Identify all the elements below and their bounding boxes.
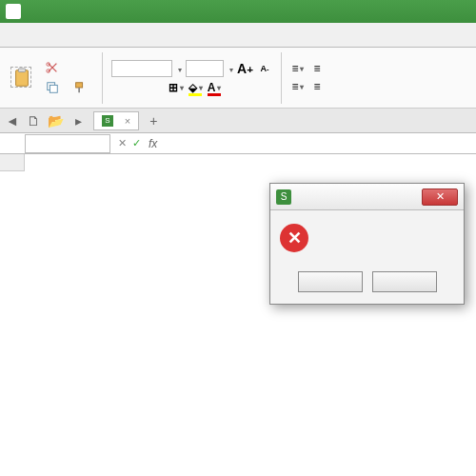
align-middle-button[interactable]: ≡ <box>309 61 325 76</box>
doc-icon: S <box>102 115 113 127</box>
open-doc-button[interactable]: 📂 <box>48 112 65 129</box>
decrease-font-button[interactable]: A- <box>257 61 272 76</box>
svg-rect-1 <box>18 68 25 71</box>
svg-rect-5 <box>50 85 57 92</box>
align-top-button[interactable]: ≡ <box>290 61 306 76</box>
document-tab[interactable]: S × <box>93 111 139 130</box>
ribbon-divider <box>102 52 103 104</box>
italic-button[interactable] <box>130 80 146 95</box>
paste-button[interactable] <box>6 51 36 105</box>
align-center-button[interactable]: ≡ <box>309 79 325 94</box>
align-left-button[interactable]: ≡ <box>290 79 306 94</box>
dialog-close-button[interactable]: ✕ <box>422 188 458 206</box>
svg-rect-7 <box>78 88 80 92</box>
ribbon-divider <box>281 52 282 104</box>
ribbon: A+ A- ⊞ ⬙ A ≡ ≡ ≡ ≡ <box>0 48 476 109</box>
size-dropdown-icon[interactable] <box>228 62 233 75</box>
document-tabs: ◄ 🗋 📂 ▸ S × + <box>0 109 476 133</box>
scissors-icon <box>46 61 59 74</box>
copy-button[interactable] <box>42 79 66 96</box>
formula-bar: ✕ ✓ fx <box>0 133 476 154</box>
svg-rect-0 <box>16 69 29 86</box>
svg-rect-6 <box>76 83 83 88</box>
retry-button[interactable] <box>298 271 363 292</box>
name-box[interactable] <box>25 134 110 153</box>
nav-button[interactable]: ▸ <box>70 112 88 129</box>
error-dialog: S ✕ ✕ <box>269 183 465 305</box>
brush-icon <box>73 81 87 94</box>
add-tab-button[interactable]: + <box>145 112 162 129</box>
fill-color-button[interactable]: ⬙ <box>188 80 203 95</box>
app-logo <box>6 4 21 19</box>
font-dropdown-icon[interactable] <box>176 62 182 75</box>
new-doc-button[interactable]: 🗋 <box>25 112 42 129</box>
font-size-select[interactable] <box>186 60 224 77</box>
increase-font-button[interactable]: A+ <box>237 61 253 76</box>
error-icon: ✕ <box>280 224 308 252</box>
cut-button[interactable] <box>42 59 93 76</box>
copy-icon <box>46 81 59 94</box>
close-doc-button[interactable]: × <box>125 115 130 127</box>
accept-edit-icon[interactable]: ✓ <box>132 137 141 149</box>
fx-icon[interactable]: fx <box>149 137 157 150</box>
select-all-corner[interactable] <box>0 154 25 171</box>
underline-button[interactable] <box>149 80 165 95</box>
cancel-button[interactable] <box>372 271 437 292</box>
format-painter-button[interactable] <box>69 79 93 96</box>
cancel-edit-icon[interactable]: ✕ <box>118 137 127 149</box>
menu-tabs <box>0 23 476 48</box>
font-name-select[interactable] <box>111 60 172 77</box>
clipboard-icon <box>10 67 31 88</box>
border-button[interactable]: ⊞ <box>169 80 184 95</box>
bold-button[interactable] <box>111 80 127 95</box>
dialog-app-icon: S <box>276 189 291 205</box>
font-color-button[interactable]: A <box>207 80 222 95</box>
back-button[interactable]: ◄ <box>6 113 19 129</box>
